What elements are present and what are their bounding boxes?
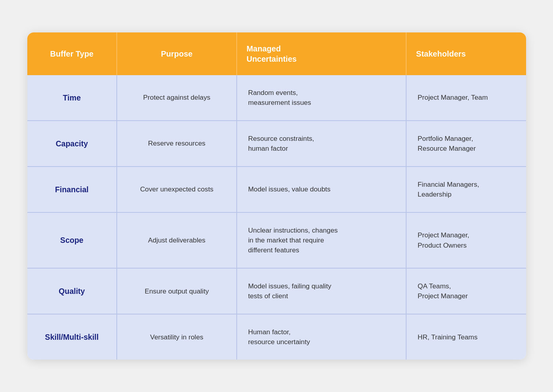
table-row: Skill/Multi-skillVersatility in rolesHum… <box>27 314 526 360</box>
cell-purpose: Reserve resources <box>117 121 236 167</box>
buffer-type-label: Scope <box>60 236 84 244</box>
cell-uncertainties: Unclear instructions, changesin the mark… <box>237 212 406 268</box>
cell-purpose: Cover unexpected costs <box>117 167 236 212</box>
cell-stakeholders: Project Manager,Product Owners <box>406 212 526 268</box>
buffer-type-label: Capacity <box>56 139 88 148</box>
cell-purpose: Versatility in roles <box>117 314 236 360</box>
buffer-table: Buffer Type Purpose ManagedUncertainties… <box>27 32 526 360</box>
cell-stakeholders: Portfolio Manager,Resource Manager <box>406 121 526 167</box>
cell-buffer-type: Time <box>27 75 117 121</box>
cell-purpose: Protect against delays <box>117 75 236 121</box>
table-row: FinancialCover unexpected costsModel iss… <box>27 167 526 212</box>
header-purpose: Purpose <box>117 32 236 75</box>
cell-uncertainties: Human factor,resource uncertainty <box>237 314 406 360</box>
cell-uncertainties: Random events,measurement issues <box>237 75 406 121</box>
main-table-container: Buffer Type Purpose ManagedUncertainties… <box>27 32 526 360</box>
table-row: ScopeAdjust deliverablesUnclear instruct… <box>27 212 526 268</box>
cell-buffer-type: Capacity <box>27 121 117 167</box>
table-row: QualityEnsure output qualityModel issues… <box>27 268 526 314</box>
cell-stakeholders: QA Teams,Project Manager <box>406 268 526 314</box>
cell-buffer-type: Skill/Multi-skill <box>27 314 117 360</box>
cell-buffer-type: Financial <box>27 167 117 212</box>
cell-buffer-type: Quality <box>27 268 117 314</box>
header-uncertainties: ManagedUncertainties <box>237 32 406 75</box>
cell-uncertainties: Model issues, value doubts <box>237 167 406 212</box>
buffer-type-label: Financial <box>55 185 89 194</box>
cell-uncertainties: Resource constraints,human factor <box>237 121 406 167</box>
table-row: CapacityReserve resourcesResource constr… <box>27 121 526 167</box>
cell-stakeholders: Financial Managers,Leadership <box>406 167 526 212</box>
buffer-type-label: Quality <box>59 287 85 295</box>
cell-buffer-type: Scope <box>27 212 117 268</box>
table-header-row: Buffer Type Purpose ManagedUncertainties… <box>27 32 526 75</box>
cell-stakeholders: HR, Training Teams <box>406 314 526 360</box>
cell-purpose: Adjust deliverables <box>117 212 236 268</box>
header-buffer-type: Buffer Type <box>27 32 117 75</box>
cell-purpose: Ensure output quality <box>117 268 236 314</box>
buffer-type-label: Time <box>63 93 81 102</box>
buffer-type-label: Skill/Multi-skill <box>45 333 99 341</box>
cell-stakeholders: Project Manager, Team <box>406 75 526 121</box>
cell-uncertainties: Model issues, failing qualitytests of cl… <box>237 268 406 314</box>
table-row: TimeProtect against delaysRandom events,… <box>27 75 526 121</box>
header-stakeholders: Stakeholders <box>406 32 526 75</box>
